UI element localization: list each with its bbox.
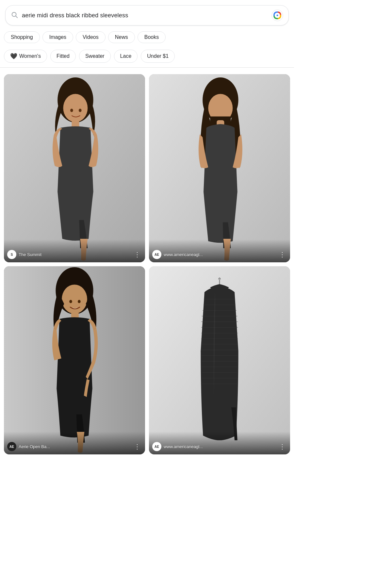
svg-point-24 [78, 300, 81, 303]
result-card-3[interactable]: AE Aerie Open Ba... ⋮ [4, 266, 145, 454]
svg-point-11 [79, 109, 82, 112]
card-menu-button-4[interactable]: ⋮ [278, 442, 287, 451]
card-overlay-3: AE Aerie Open Ba... ⋮ [4, 432, 145, 454]
tab-videos[interactable]: Videos [76, 31, 106, 43]
source-label-2: www.americaneagl... [164, 252, 203, 257]
search-bar-container: aerie midi dress black ribbed sleeveless [0, 0, 294, 28]
dress-icon: 🖤 [10, 53, 17, 60]
filter-chips: 🖤 Women's Fitted Sweater Lace Under $1 [0, 46, 294, 66]
section-divider [0, 67, 294, 68]
filter-chip-womens[interactable]: 🖤 Women's [4, 50, 47, 63]
product-image-4 [149, 266, 290, 454]
card-menu-button-2[interactable]: ⋮ [278, 250, 287, 259]
result-card-2[interactable]: AE www.americaneagl... ⋮ [149, 74, 290, 262]
card-source-1: S The Summit [7, 250, 41, 259]
svg-point-10 [70, 109, 73, 112]
card-source-4: AE www.americaneagl... [152, 442, 203, 451]
source-avatar-2: AE [152, 250, 161, 259]
tab-images[interactable]: Images [42, 31, 73, 43]
product-image-2 [149, 74, 290, 262]
product-image-3 [4, 266, 145, 454]
svg-point-4 [277, 15, 278, 16]
filter-chip-under[interactable]: Under $1 [141, 50, 175, 63]
svg-line-1 [16, 16, 17, 18]
image-grid: S The Summit ⋮ [0, 69, 294, 460]
google-lens-icon[interactable] [271, 9, 283, 21]
card-overlay-2: AE www.americaneagl... ⋮ [149, 239, 290, 262]
source-avatar-1: S [7, 250, 16, 259]
product-image-1 [4, 74, 145, 262]
card-source-2: AE www.americaneagl... [152, 250, 203, 259]
source-avatar-4: AE [152, 442, 161, 451]
tab-shopping[interactable]: Shopping [4, 31, 40, 43]
search-icon [11, 11, 18, 20]
result-card-4[interactable]: AE www.americaneagl... ⋮ [149, 266, 290, 454]
filter-chip-fitted[interactable]: Fitted [50, 50, 76, 63]
svg-point-21 [62, 285, 87, 314]
svg-point-8 [63, 94, 88, 122]
svg-point-23 [69, 300, 72, 303]
filter-chip-sweater[interactable]: Sweater [79, 50, 111, 63]
tab-books[interactable]: Books [138, 31, 166, 43]
source-label-4: www.americaneagl... [164, 444, 203, 449]
source-label-3: Aerie Open Ba... [19, 444, 50, 449]
nav-tabs: Shopping Images Videos News Books [0, 28, 294, 46]
tab-news[interactable]: News [108, 31, 135, 43]
search-bar[interactable]: aerie midi dress black ribbed sleeveless [5, 5, 289, 25]
card-source-3: AE Aerie Open Ba... [7, 442, 50, 451]
filter-chip-lace[interactable]: Lace [114, 50, 138, 63]
source-label-1: The Summit [19, 252, 41, 257]
card-menu-button-3[interactable]: ⋮ [133, 442, 142, 451]
result-card-1[interactable]: S The Summit ⋮ [4, 74, 145, 262]
source-avatar-3: AE [7, 442, 16, 451]
card-overlay-4: AE www.americaneagl... ⋮ [149, 432, 290, 454]
search-query-text: aerie midi dress black ribbed sleeveless [22, 12, 268, 19]
card-overlay-1: S The Summit ⋮ [4, 239, 145, 262]
card-menu-button-1[interactable]: ⋮ [133, 250, 142, 259]
